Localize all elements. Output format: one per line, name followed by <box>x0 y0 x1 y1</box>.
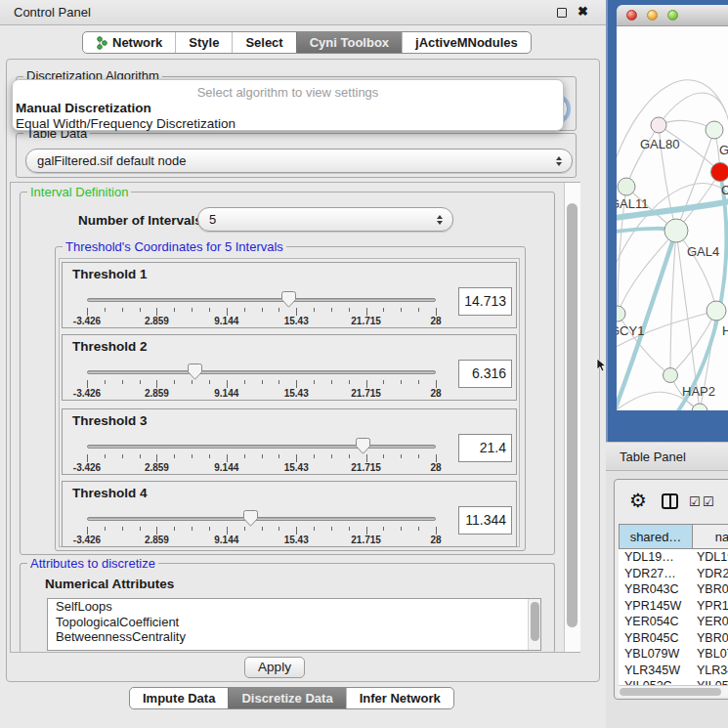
slider-track[interactable] <box>87 445 436 449</box>
table-row[interactable]: YDL19…YDL19 <box>619 549 728 566</box>
network-window-titlebar[interactable] <box>617 5 728 26</box>
zoom-window-button[interactable] <box>667 10 678 21</box>
threshold-label: Threshold 2 <box>72 339 148 354</box>
list-scrollbar[interactable] <box>528 599 540 650</box>
tab-jactivemnodules[interactable]: jActiveMNodules <box>402 32 531 53</box>
attribute-item[interactable]: SelfLoops <box>48 599 540 615</box>
network-node[interactable] <box>692 404 707 410</box>
network-canvas[interactable]: GAL80GACGAL11GAL4GCY1HHAP2 <box>617 26 728 410</box>
tick-marks <box>87 380 436 388</box>
numerical-attributes-list: SelfLoopsTopologicalCoefficientBetweenne… <box>47 598 541 651</box>
vertical-scrollbar-thumb[interactable] <box>567 203 578 627</box>
close-panel-icon[interactable]: ✖ <box>578 4 588 19</box>
threshold-label: Threshold 3 <box>72 413 148 428</box>
minimize-window-button[interactable] <box>647 10 658 21</box>
numerical-attributes-label: Numerical Attributes <box>45 577 174 591</box>
cell-shared-name: YER054C <box>619 614 689 630</box>
tab-label: Infer Network <box>360 691 441 706</box>
tab-impute-data[interactable]: Impute Data <box>130 688 228 708</box>
close-window-button[interactable] <box>626 10 637 21</box>
tab-label: Select <box>245 35 282 50</box>
threshold-box: Threshold 3 -3.4262.8599.14415.4321.7152… <box>62 408 517 475</box>
tab-network[interactable]: Network <box>83 32 175 53</box>
table-row[interactable]: YER054CYER054C <box>619 614 728 630</box>
table-rows: YDL19…YDL19YDR27…YDR27YBR043CYBR043CYPR1… <box>619 549 728 685</box>
cell-name: YER054C <box>689 614 728 630</box>
list-scrollbar-thumb[interactable] <box>531 602 539 641</box>
table-row[interactable]: YLR345WYLR345W <box>619 663 728 679</box>
option-equal-width-frequency[interactable]: Equal Width/Frequency Discretization <box>16 116 236 131</box>
num-intervals-combobox[interactable]: 5 <box>197 207 453 232</box>
network-node-h[interactable] <box>707 301 726 321</box>
table-row[interactable]: YBR043CYBR043C <box>619 581 728 598</box>
apply-button[interactable]: Apply <box>244 657 305 678</box>
slider-thumb[interactable] <box>356 438 370 454</box>
threshold-value-field[interactable]: 14.713 <box>458 287 512 316</box>
algorithm-prompt: Select algorithm to view settings <box>13 85 563 100</box>
tab-label: Cyni Toolbox <box>310 35 389 50</box>
threshold-value-field[interactable]: 21.4 <box>458 434 512 462</box>
table-row[interactable]: YBL079WYBL079W <box>619 646 728 663</box>
slider-track[interactable] <box>87 298 436 302</box>
option-manual-discretization[interactable]: Manual Discretization <box>16 101 151 115</box>
network-edge <box>626 125 659 187</box>
cell-shared-name: YBL079W <box>619 646 689 663</box>
table-panel-title: Table Panel <box>620 450 686 464</box>
slider-track[interactable] <box>87 517 436 521</box>
control-panel-titlebar: Control Panel ✖ <box>0 0 606 25</box>
threshold-box: Threshold 1 -3.4262.8599.14415.4321.7152… <box>62 262 517 328</box>
tab-label: Network <box>112 35 162 50</box>
threshold-label: Threshold 1 <box>72 267 148 281</box>
threshold-value-field[interactable]: 6.316 <box>458 360 512 388</box>
table-row[interactable]: YDR27…YDR27 <box>619 566 728 582</box>
tab-cyni-toolbox[interactable]: Cyni Toolbox <box>296 32 402 53</box>
slider-thumb[interactable] <box>243 510 258 527</box>
network-node-c[interactable] <box>711 163 728 182</box>
table-row[interactable]: YPR145WYPR145W <box>619 598 728 615</box>
column-layout-icon[interactable] <box>662 493 678 509</box>
panel-title: Control Panel <box>14 5 91 20</box>
slider-track[interactable] <box>87 370 436 374</box>
attribute-item[interactable]: BetweennessCentrality <box>48 629 540 645</box>
tick-labels: -3.4262.8599.14415.4321.71528 <box>87 462 436 474</box>
node-label: C <box>721 183 728 197</box>
cell-name: YDR27 <box>689 566 728 582</box>
slider-thumb[interactable] <box>188 364 202 380</box>
tab-infer-network[interactable]: Infer Network <box>346 688 453 708</box>
tab-style[interactable]: Style <box>175 32 232 53</box>
tab-label: Style <box>189 35 219 50</box>
combo-stepper-icon <box>437 215 443 225</box>
network-node-gcy1[interactable] <box>617 306 625 321</box>
cell-name: YLR345W <box>689 663 728 679</box>
attribute-item[interactable]: TopologicalCoefficient <box>48 615 540 630</box>
cell-name: YBR043C <box>689 581 728 598</box>
combo-stepper-icon <box>556 156 562 166</box>
table-data-combobox[interactable]: galFiltered.sif default node <box>25 149 573 173</box>
tab-select[interactable]: Select <box>232 32 295 53</box>
num-intervals-value: 5 <box>209 212 216 227</box>
tick-labels: -3.4262.8599.14415.4321.71528 <box>87 535 436 546</box>
checkbox-icon[interactable]: ☑ <box>689 494 701 509</box>
tick-marks <box>87 527 436 535</box>
network-node-gal11[interactable] <box>618 178 635 195</box>
float-panel-icon[interactable] <box>557 8 567 18</box>
network-node-gal4[interactable] <box>664 219 688 242</box>
table-data-value: galFiltered.sif default node <box>37 153 186 168</box>
slider-thumb[interactable] <box>281 291 296 308</box>
table-row[interactable]: YIL052CYIL052C <box>619 678 728 685</box>
checkbox-icon[interactable]: ☑ <box>703 494 714 509</box>
node-label: GCY1 <box>617 323 644 338</box>
table-row[interactable]: YBR045CYBR045C <box>619 630 728 647</box>
threshold-value-field[interactable]: 11.344 <box>458 506 512 535</box>
network-node-gal80[interactable] <box>651 117 666 133</box>
tab-discretize-data[interactable]: Discretize Data <box>228 688 345 708</box>
horizontal-scrollbar[interactable] <box>619 685 728 697</box>
gear-icon[interactable]: ⚙ <box>629 489 647 512</box>
node-label: H <box>722 323 728 338</box>
column-header-shared[interactable]: shared… <box>619 524 693 549</box>
network-node-hap2[interactable] <box>664 368 678 383</box>
column-header-name[interactable]: name <box>692 524 728 549</box>
horizontal-scrollbar-thumb[interactable] <box>620 688 721 696</box>
network-edge <box>676 231 716 311</box>
network-node-ga[interactable] <box>706 121 723 139</box>
